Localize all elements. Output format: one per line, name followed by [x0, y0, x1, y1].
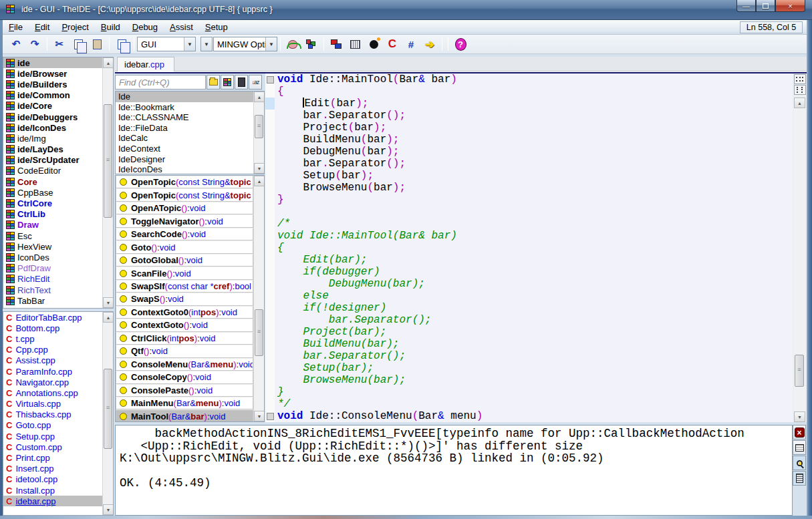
scroll-down-arrow[interactable]: ▼: [103, 297, 114, 308]
class-list-item[interactable]: Ide: [116, 92, 264, 102]
find-input[interactable]: [115, 75, 206, 90]
file-list-item[interactable]: CAnnotations.cpp: [3, 387, 113, 398]
file-list-item[interactable]: CPrint.cpp: [3, 452, 113, 463]
package-list-item[interactable]: Core: [3, 176, 113, 187]
package-list-item[interactable]: CtrlCore: [3, 198, 113, 208]
package-list-item[interactable]: ide/Core: [3, 101, 113, 112]
method-list-item[interactable]: GotoGlobal() : void: [116, 254, 253, 267]
method-list-item[interactable]: OpenATopic() : void: [116, 202, 253, 214]
package-list-item[interactable]: TabBar: [3, 295, 113, 306]
method-list-item[interactable]: MainMenu(Bar& menu) : void: [116, 397, 253, 409]
package-list-item[interactable]: IconDes: [3, 252, 113, 263]
method-list-item[interactable]: ConsoleCopy() : void: [116, 371, 253, 383]
class-list-scrollbar[interactable]: ▲ ▼: [253, 92, 264, 174]
method-list-item[interactable]: ToggleNavigator() : void: [116, 214, 253, 227]
class-list-item[interactable]: Ide::CLASSNAME: [116, 112, 264, 123]
class-list-item[interactable]: IdeContext: [116, 144, 264, 154]
redo-button[interactable]: ↷: [26, 36, 43, 52]
scroll-up-arrow[interactable]: ▲: [794, 98, 805, 108]
method-list-item[interactable]: CtrlClick(int pos) : void: [116, 332, 253, 345]
package-list-item[interactable]: ide/Browser: [3, 68, 113, 79]
package-list-item[interactable]: ide/Common: [3, 90, 113, 101]
combo-arrow-icon[interactable]: ▼: [265, 37, 277, 51]
method-list-scrollbar[interactable]: ▲ ▼: [253, 176, 264, 421]
file-list-item[interactable]: Cidebar.cpp: [3, 496, 113, 506]
package-list-item[interactable]: Esc: [3, 230, 113, 241]
scrollbar-thumb[interactable]: [104, 369, 112, 449]
method-list-item[interactable]: ConsoleMenu(Bar& menu) : void: [116, 358, 253, 371]
file-list-scrollbar[interactable]: ▲ ▼: [102, 312, 113, 515]
duplicate-button[interactable]: [113, 36, 130, 52]
method-list[interactable]: OpenTopic(const String& topicOpenTopic(c…: [115, 175, 265, 422]
method-list-item[interactable]: ContextGoto() : void: [116, 319, 253, 331]
class-list-item[interactable]: Ide::Bookmark: [116, 102, 264, 113]
package-list-item[interactable]: ide/SrcUpdater: [3, 155, 113, 166]
scrollbar-thumb[interactable]: [255, 309, 263, 356]
scroll-down-arrow[interactable]: ▼: [794, 411, 805, 422]
scroll-down-arrow[interactable]: ▼: [254, 411, 265, 421]
tab-idebar-cpp[interactable]: idebar.cpp: [117, 57, 174, 71]
package-list-item[interactable]: ide/Builders: [3, 79, 113, 90]
browse-assist-button[interactable]: [284, 36, 301, 52]
package-list-item[interactable]: ide/Img: [3, 133, 113, 144]
file-list-item[interactable]: CSetup.cpp: [3, 431, 113, 442]
method-list-item[interactable]: OpenTopic(const String& topic: [116, 176, 253, 188]
method-list-item[interactable]: SwapSIf(const char *cref) : bool: [116, 280, 253, 293]
method-list-item[interactable]: SwapS() : void: [116, 293, 253, 305]
package-list-item[interactable]: RichText: [3, 285, 113, 295]
menu-item-build[interactable]: Build: [95, 21, 126, 33]
scroll-down-arrow[interactable]: ▼: [103, 504, 114, 515]
package-list-item[interactable]: HexView: [3, 241, 113, 252]
file-list-item[interactable]: CParamInfo.cpp: [3, 366, 113, 377]
scroll-up-arrow[interactable]: ▲: [254, 176, 265, 186]
class-list[interactable]: IdeIde::BookmarkIde::CLASSNAMEIde::FileD…: [115, 91, 265, 174]
editor-split-vertical-button[interactable]: [794, 85, 806, 95]
method-list-item[interactable]: MainTool(Bar& bar) : void: [116, 409, 253, 422]
cut-button[interactable]: ✂: [51, 36, 68, 52]
file-list-item[interactable]: CCustom.cpp: [3, 442, 113, 452]
debug-bomb-button[interactable]: [365, 36, 382, 52]
editor-scrollbar[interactable]: ▲ ▼: [794, 98, 805, 422]
code-editor[interactable]: void Ide::MainTool(Bar& bar){ Edit(bar);…: [265, 73, 793, 422]
file-filter-button[interactable]: [235, 75, 248, 90]
help-button[interactable]: ?: [452, 36, 469, 52]
scrollbar-thumb[interactable]: [255, 115, 263, 138]
class-list-item[interactable]: IdeDesigner: [116, 154, 264, 165]
build-method-drop-button[interactable]: ▼: [200, 37, 213, 51]
undo-button[interactable]: ↶: [7, 36, 25, 52]
maximize-button[interactable]: [756, 0, 775, 12]
file-list-item[interactable]: CEditorTabBar.cpp: [3, 312, 113, 323]
file-list-item[interactable]: CNavigator.cpp: [3, 377, 113, 387]
sort-button[interactable]: ↓az: [249, 75, 262, 90]
file-list-item[interactable]: CInsert.cpp: [3, 464, 113, 474]
file-list-item[interactable]: CVirtuals.cpp: [3, 399, 113, 409]
blitz-build-button[interactable]: [346, 36, 364, 52]
package-list-item[interactable]: PdfDraw: [3, 263, 113, 274]
folder-filter-button[interactable]: [207, 75, 220, 90]
method-list-item[interactable]: ScanFile() : void: [116, 267, 253, 279]
build-console[interactable]: backMethodActionINS_8RichEditEMS1_FvvEEE…: [115, 425, 793, 516]
run-button[interactable]: ➔: [421, 36, 438, 52]
menu-item-file[interactable]: File: [3, 21, 29, 33]
menu-item-debug[interactable]: Debug: [126, 21, 164, 33]
scroll-down-arrow[interactable]: ▼: [254, 163, 265, 174]
class-list-item[interactable]: IdeIconDes: [116, 164, 264, 174]
package-list-item[interactable]: RichEdit: [3, 274, 113, 285]
minimize-button[interactable]: —: [736, 0, 756, 12]
build-method-combo[interactable]: MINGW Optim▸ ▼: [213, 37, 277, 51]
menu-item-setup[interactable]: Setup: [199, 21, 234, 33]
main-package-combo[interactable]: GUI ▼: [137, 37, 196, 51]
file-list-item[interactable]: Cidetool.cpp: [3, 474, 113, 485]
scrollbar-thumb[interactable]: [104, 104, 112, 218]
file-list-item[interactable]: CCpp.cpp: [3, 345, 113, 355]
menu-item-assist[interactable]: Assist: [164, 21, 199, 33]
package-list-item[interactable]: CodeEditor: [3, 166, 113, 176]
paste-button[interactable]: [88, 36, 106, 52]
method-list-item[interactable]: ConsolePaste() : void: [116, 384, 253, 397]
package-list-item[interactable]: ide/LayDes: [3, 144, 113, 155]
method-list-item[interactable]: ContextGoto0(int pos) : void: [116, 306, 253, 319]
editor-split-horizontal-button[interactable]: [794, 74, 806, 84]
language-flags-button[interactable]: [327, 36, 345, 52]
menu-item-edit[interactable]: Edit: [29, 21, 55, 33]
file-list-item[interactable]: CInstall.cpp: [3, 485, 113, 496]
